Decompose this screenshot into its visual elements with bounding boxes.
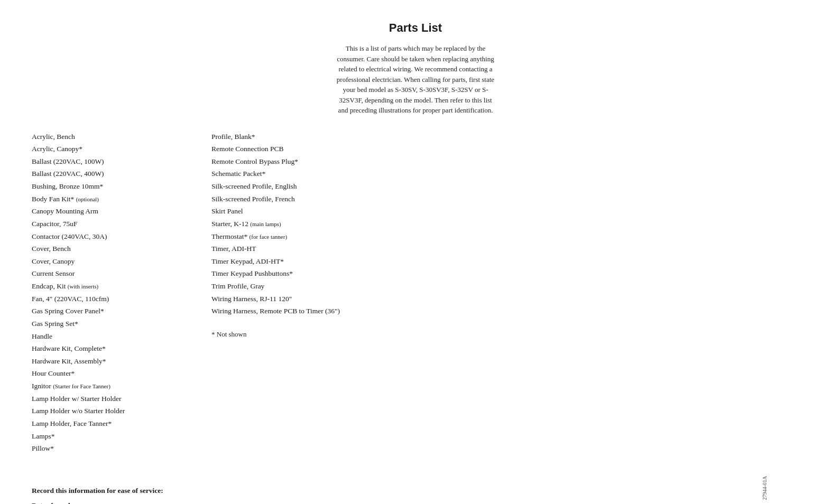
list-item: Hardware Kit, Complete* <box>32 342 180 355</box>
rotated-label: 27944-01A <box>762 476 768 500</box>
list-item: Fan, 4″ (220VAC, 110cfm) <box>32 293 180 305</box>
list-item: Body Fan Kit* (optional) <box>32 193 180 206</box>
service-row: Date of purchase: <box>32 501 222 504</box>
list-item: Ballast (220VAC, 400W) <box>32 167 180 180</box>
service-section: Record this information for ease of serv… <box>32 487 222 504</box>
list-item: Hardware Kit, Assembly* <box>32 355 180 368</box>
list-item: Ignitor (Starter for Face Tanner) <box>32 380 180 393</box>
list-item: Lamp Holder, Face Tanner* <box>32 417 180 430</box>
list-item: Cover, Bench <box>32 242 180 255</box>
list-item: Thermostat* (for face tanner) <box>211 230 402 243</box>
list-item: Wiring Harness, RJ-11 120" <box>211 293 402 305</box>
list-item: Silk-screened Profile, English <box>211 180 402 193</box>
bottom-area: Record this information for ease of serv… <box>32 468 799 504</box>
list-item: Endcap, Kit (with inserts) <box>32 280 180 293</box>
list-item: Skirt Panel <box>211 205 402 218</box>
list-item: Trim Profile, Gray <box>211 280 402 293</box>
list-item: Wiring Harness, Remote PCB to Timer (36"… <box>211 305 402 318</box>
list-item: Capacitor, 75uF <box>32 218 180 230</box>
list-item: Lamps* <box>32 430 180 443</box>
list-item: Remote Control Bypass Plug* <box>211 155 402 168</box>
list-item: Bushing, Bronze 10mm* <box>32 180 180 193</box>
right-column: Profile, Blank*Remote Connection PCBRemo… <box>211 130 402 455</box>
list-item: Timer, ADI-HT <box>211 242 402 255</box>
left-parts-list: Acrylic, BenchAcrylic, Canopy*Ballast (2… <box>32 130 180 455</box>
list-item: Canopy Mounting Arm <box>32 205 180 218</box>
list-item: Starter, K-12 (main lamps) <box>211 218 402 230</box>
list-item: Ballast (220VAC, 100W) <box>32 155 180 168</box>
intro-paragraph: This is a list of parts which may be rep… <box>334 43 497 116</box>
list-item: Gas Spring Set* <box>32 318 180 330</box>
right-parts-list: Profile, Blank*Remote Connection PCBRemo… <box>211 130 402 318</box>
list-item: Silk-screened Profile, French <box>211 193 402 206</box>
list-item: Lamp Holder w/ Starter Holder <box>32 393 180 405</box>
list-item: Current Sensor <box>32 267 180 280</box>
list-item: Handle <box>32 330 180 343</box>
left-column: Acrylic, BenchAcrylic, Canopy*Ballast (2… <box>32 130 180 455</box>
list-item: Gas Spring Cover Panel* <box>32 305 180 318</box>
list-item: Timer Keypad Pushbuttons* <box>211 267 402 280</box>
not-shown-note: * Not shown <box>211 330 402 339</box>
list-item: Contactor (240VAC, 30A) <box>32 230 180 243</box>
list-item: Profile, Blank* <box>211 130 402 143</box>
list-item: Hour Counter* <box>32 367 180 380</box>
list-item: Remote Connection PCB <box>211 143 402 155</box>
list-item: Lamp Holder w/o Starter Holder <box>32 405 180 417</box>
page-title: Parts List <box>32 21 799 35</box>
list-item: Schematic Packet* <box>211 167 402 180</box>
list-item: Acrylic, Bench <box>32 130 180 143</box>
list-item: Acrylic, Canopy* <box>32 143 180 155</box>
service-title: Record this information for ease of serv… <box>32 487 222 495</box>
list-item: Pillow* <box>32 442 180 455</box>
list-item: Timer Keypad, ADI-HT* <box>211 255 402 268</box>
service-field-label: Date of purchase: <box>32 501 127 504</box>
list-item: Cover, Canopy <box>32 255 180 268</box>
parts-columns: Acrylic, BenchAcrylic, Canopy*Ballast (2… <box>32 130 799 455</box>
